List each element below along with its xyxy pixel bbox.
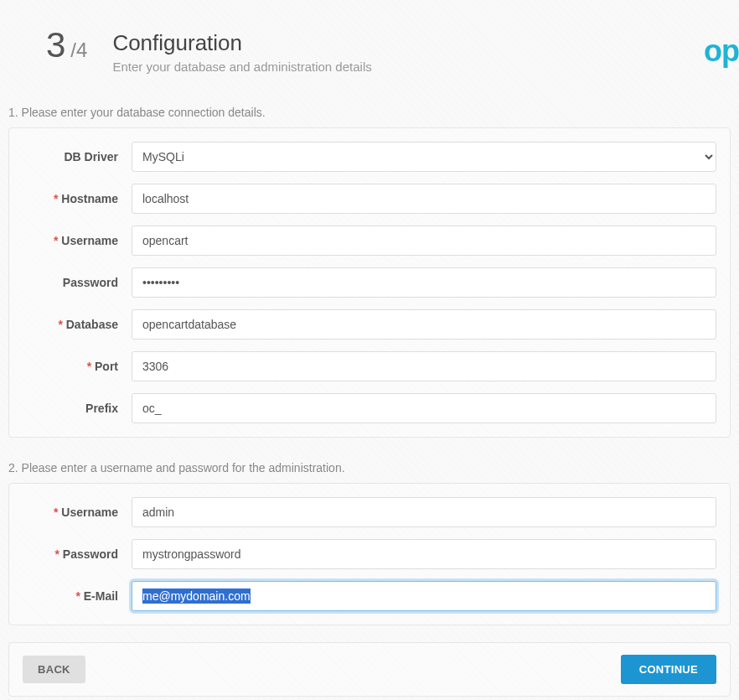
input-admin-password[interactable] (132, 539, 716, 569)
section2-label: 2. Please enter a username and password … (0, 454, 739, 483)
section1-label: 1. Please enter your database connection… (0, 99, 739, 127)
step-current: 3 (46, 25, 65, 65)
row-admin-password: Password (23, 539, 716, 569)
row-db-username: Username (23, 226, 716, 256)
input-prefix[interactable] (132, 393, 716, 423)
row-hostname: Hostname (23, 184, 716, 214)
label-admin-email: E-Mail (23, 589, 132, 603)
step-total: /4 (70, 39, 87, 62)
label-db-username: Username (23, 234, 132, 247)
input-db-password[interactable] (132, 267, 716, 298)
brand-logo: op (704, 34, 739, 69)
button-row: BACK CONTINUE (8, 642, 731, 697)
row-admin-email: E-Mail me@mydomain.com (23, 581, 716, 611)
continue-button[interactable]: CONTINUE (621, 655, 716, 684)
label-hostname: Hostname (23, 192, 132, 205)
row-db-password: Password (23, 267, 716, 298)
page-header: 3 /4 Configuration Enter your database a… (0, 0, 739, 99)
page-subtitle: Enter your database and administration d… (112, 60, 371, 74)
database-fieldset: DB Driver MySQLi Hostname Username Passw… (8, 127, 731, 438)
row-port: Port (23, 351, 716, 381)
header-text: Configuration Enter your database and ad… (112, 25, 371, 74)
email-selected-text: me@mydomain.com (142, 589, 251, 604)
label-database: Database (23, 318, 132, 331)
label-db-driver: DB Driver (23, 150, 132, 163)
input-admin-username[interactable] (132, 497, 716, 527)
label-db-password: Password (23, 276, 132, 289)
label-port: Port (23, 360, 132, 373)
page-title: Configuration (112, 30, 371, 56)
input-admin-email[interactable]: me@mydomain.com (132, 581, 716, 611)
input-database[interactable] (132, 309, 716, 340)
label-prefix: Prefix (23, 402, 132, 415)
label-admin-username: Username (23, 506, 132, 519)
step-indicator: 3 /4 (46, 25, 87, 65)
input-db-username[interactable] (132, 226, 716, 256)
input-port[interactable] (132, 351, 716, 381)
row-db-driver: DB Driver MySQLi (23, 142, 716, 172)
admin-fieldset: Username Password E-Mail me@mydomain.com (8, 483, 731, 625)
label-admin-password: Password (23, 547, 132, 561)
row-database: Database (23, 309, 716, 340)
row-admin-username: Username (23, 497, 716, 527)
input-hostname[interactable] (132, 184, 716, 214)
row-prefix: Prefix (23, 393, 716, 423)
back-button[interactable]: BACK (23, 656, 85, 683)
select-db-driver[interactable]: MySQLi (132, 142, 716, 172)
